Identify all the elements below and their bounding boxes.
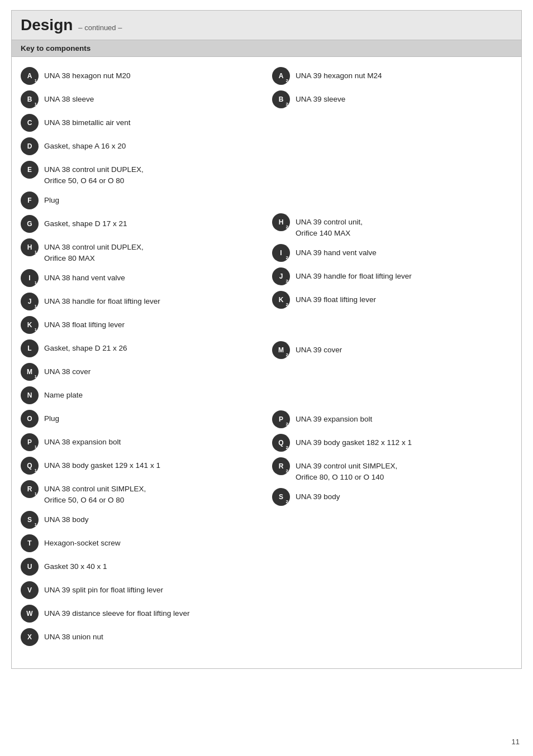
badge-icon: H2 bbox=[272, 213, 290, 231]
badge-icon: R1 bbox=[21, 480, 39, 498]
badge-icon: C bbox=[21, 114, 39, 132]
badge-icon: O bbox=[21, 410, 39, 428]
item-label: UNA 38 control unit SIMPLEX,Orifice 50, … bbox=[44, 480, 146, 505]
list-item: GGasket, shape D 17 x 21 bbox=[21, 215, 261, 233]
item-label: Hexagon-socket screw bbox=[44, 534, 121, 549]
list-item: CUNA 38 bimetallic air vent bbox=[21, 114, 261, 132]
badge-icon: G bbox=[21, 215, 39, 233]
badge-icon: V bbox=[21, 581, 39, 599]
list-item: Q2UNA 39 body gasket 182 x 112 x 1 bbox=[272, 434, 512, 452]
badge-icon: J2 bbox=[272, 267, 290, 285]
list-item: P2UNA 39 expansion bolt bbox=[272, 410, 512, 428]
badge-icon: M2 bbox=[272, 341, 290, 359]
section-label: Key to components bbox=[11, 40, 522, 57]
item-label: UNA 39 float lifting lever bbox=[296, 291, 376, 305]
item-label: Gasket 30 x 40 x 1 bbox=[44, 558, 107, 572]
page: Design – continued – Key to components A… bbox=[0, 0, 533, 756]
badge-icon: U bbox=[21, 558, 39, 576]
badge-icon: L bbox=[21, 339, 39, 357]
item-label: UNA 38 body bbox=[44, 511, 89, 525]
list-item: I1UNA 38 hand vent valve bbox=[21, 269, 261, 287]
item-label: UNA 39 distance sleeve for float lifting… bbox=[44, 605, 189, 619]
list-item: VUNA 39 split pin for float lifting leve… bbox=[21, 581, 261, 599]
badge-icon: A2 bbox=[272, 67, 290, 85]
list-item: R2UNA 39 control unit SIMPLEX,Orifice 80… bbox=[272, 457, 512, 482]
list-item: M2UNA 39 cover bbox=[272, 341, 512, 359]
item-label: Name plate bbox=[44, 386, 83, 401]
list-item: FPlug bbox=[21, 192, 261, 209]
list-item: K1UNA 38 float lifting lever bbox=[21, 316, 261, 334]
badge-icon: M1 bbox=[21, 363, 39, 381]
list-item: OPlug bbox=[21, 410, 261, 428]
item-label: Gasket, shape D 21 x 26 bbox=[44, 339, 127, 354]
item-label: UNA 39 hand vent valve bbox=[296, 244, 377, 259]
list-item: LGasket, shape D 21 x 26 bbox=[21, 339, 261, 357]
list-item: S1UNA 38 body bbox=[21, 511, 261, 529]
badge-icon: S2 bbox=[272, 488, 290, 506]
badge-icon: X bbox=[21, 628, 39, 646]
item-label: UNA 39 cover bbox=[296, 341, 342, 356]
page-number: 11 bbox=[512, 738, 520, 746]
list-item: H1UNA 38 control unit DUPLEX,Orifice 80 … bbox=[21, 238, 261, 264]
list-item: M1UNA 38 cover bbox=[21, 363, 261, 381]
item-label: UNA 39 body bbox=[296, 488, 340, 503]
item-label: UNA 38 hexagon nut M20 bbox=[44, 67, 131, 82]
item-label: UNA 39 handle for float lifting lever bbox=[296, 267, 412, 282]
item-label: UNA 38 sleeve bbox=[44, 90, 94, 105]
item-label: Plug bbox=[44, 410, 59, 424]
list-item: Q1UNA 38 body gasket 129 x 141 x 1 bbox=[21, 457, 261, 475]
item-label: UNA 38 handle for float lifting lever bbox=[44, 293, 160, 307]
left-column: A1UNA 38 hexagon nut M20B1UNA 38 sleeveC… bbox=[21, 67, 266, 652]
item-label: UNA 39 body gasket 182 x 112 x 1 bbox=[296, 434, 412, 448]
list-item: NName plate bbox=[21, 386, 261, 404]
list-item: R1UNA 38 control unit SIMPLEX,Orifice 50… bbox=[21, 480, 261, 505]
item-label: UNA 38 union nut bbox=[44, 628, 103, 643]
badge-icon: B2 bbox=[272, 90, 290, 108]
content-area: A1UNA 38 hexagon nut M20B1UNA 38 sleeveC… bbox=[11, 57, 522, 669]
list-item: H2UNA 39 control unit,Orifice 140 MAX bbox=[272, 213, 512, 238]
columns-layout: A1UNA 38 hexagon nut M20B1UNA 38 sleeveC… bbox=[21, 67, 512, 652]
item-label: UNA 38 control unit DUPLEX,Orifice 80 MA… bbox=[44, 238, 144, 264]
list-item: EUNA 38 control unit DUPLEX,Orifice 50, … bbox=[21, 161, 261, 186]
badge-icon: I2 bbox=[272, 244, 290, 262]
badge-icon: H1 bbox=[21, 238, 39, 256]
item-label: UNA 39 split pin for float lifting lever bbox=[44, 581, 163, 596]
item-label: UNA 38 bimetallic air vent bbox=[44, 114, 131, 128]
badge-icon: A1 bbox=[21, 67, 39, 85]
page-subtitle: – continued – bbox=[78, 23, 122, 32]
page-title: Design bbox=[21, 16, 73, 34]
spacer bbox=[272, 314, 512, 341]
badge-icon: R2 bbox=[272, 457, 290, 475]
item-label: UNA 39 hexagon nut M24 bbox=[296, 67, 382, 82]
list-item: J1UNA 38 handle for float lifting lever bbox=[21, 293, 261, 310]
spacer bbox=[272, 365, 512, 410]
item-label: Gasket, shape A 16 x 20 bbox=[44, 137, 126, 152]
list-item: K2UNA 39 float lifting lever bbox=[272, 291, 512, 309]
badge-icon: J1 bbox=[21, 293, 39, 310]
badge-icon: P2 bbox=[272, 410, 290, 428]
list-item: THexagon-socket screw bbox=[21, 534, 261, 552]
list-item: A2UNA 39 hexagon nut M24 bbox=[272, 67, 512, 85]
badge-icon: F bbox=[21, 192, 39, 209]
badge-icon: K2 bbox=[272, 291, 290, 309]
list-item: UGasket 30 x 40 x 1 bbox=[21, 558, 261, 576]
badge-icon: E bbox=[21, 161, 39, 179]
badge-icon: Q1 bbox=[21, 457, 39, 475]
badge-icon: T bbox=[21, 534, 39, 552]
badge-icon: Q2 bbox=[272, 434, 290, 452]
item-label: Gasket, shape D 17 x 21 bbox=[44, 215, 127, 229]
badge-icon: W bbox=[21, 605, 39, 623]
badge-icon: K1 bbox=[21, 316, 39, 334]
list-item: XUNA 38 union nut bbox=[21, 628, 261, 646]
item-label: UNA 38 control unit DUPLEX,Orifice 50, O… bbox=[44, 161, 144, 186]
item-label: Plug bbox=[44, 192, 59, 206]
badge-icon: D bbox=[21, 137, 39, 155]
list-item: B2UNA 39 sleeve bbox=[272, 90, 512, 108]
item-label: UNA 39 expansion bolt bbox=[296, 410, 372, 425]
list-item: I2UNA 39 hand vent valve bbox=[272, 244, 512, 262]
item-label: UNA 38 cover bbox=[44, 363, 91, 377]
item-label: UNA 39 sleeve bbox=[296, 90, 345, 105]
list-item: J2UNA 39 handle for float lifting lever bbox=[272, 267, 512, 285]
badge-icon: P1 bbox=[21, 433, 39, 451]
list-item: A1UNA 38 hexagon nut M20 bbox=[21, 67, 261, 85]
